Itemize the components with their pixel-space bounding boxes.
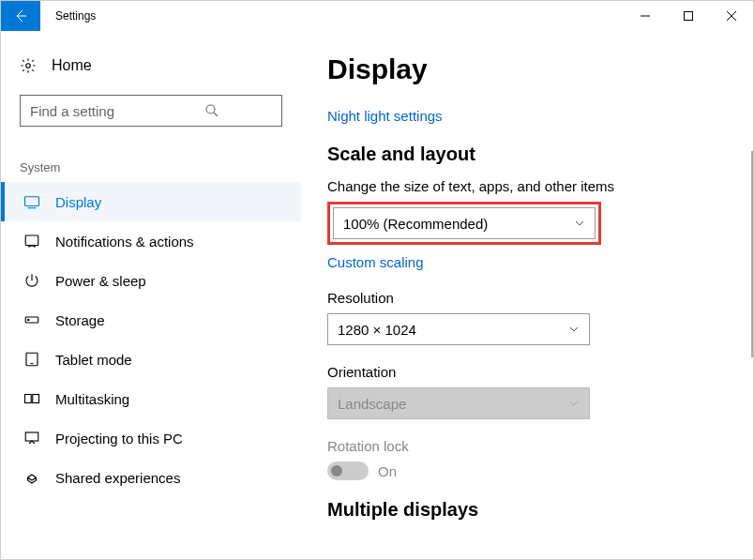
sidebar-item-storage[interactable]: Storage xyxy=(1,300,301,340)
scale-value: 100% (Recommended) xyxy=(343,216,574,232)
resolution-value: 1280 × 1024 xyxy=(338,322,568,338)
tablet-icon xyxy=(23,351,40,368)
close-button[interactable] xyxy=(710,1,753,31)
rotation-value: On xyxy=(378,463,397,479)
svg-point-4 xyxy=(26,64,31,68)
main-content: Display Night light settings Scale and l… xyxy=(301,31,753,559)
sidebar: Home Find a setting System Display Notif… xyxy=(1,31,301,559)
scrollbar[interactable] xyxy=(751,151,753,357)
sidebar-item-tablet[interactable]: Tablet mode xyxy=(1,340,301,379)
window-title: Settings xyxy=(55,1,96,31)
search-placeholder: Find a setting xyxy=(30,103,151,119)
svg-rect-16 xyxy=(25,432,38,441)
shared-icon xyxy=(23,469,40,486)
gear-icon xyxy=(20,57,37,74)
scale-dropdown-highlight: 100% (Recommended) xyxy=(327,202,601,245)
sidebar-item-label: Tablet mode xyxy=(55,352,132,368)
scale-dropdown[interactable]: 100% (Recommended) xyxy=(333,207,596,239)
orientation-dropdown: Landscape xyxy=(327,387,590,419)
scale-heading: Scale and layout xyxy=(327,144,753,165)
home-button[interactable]: Home xyxy=(1,50,301,82)
sidebar-item-notifications[interactable]: Notifications & actions xyxy=(1,221,301,261)
scale-label: Change the size of text, apps, and other… xyxy=(327,178,753,194)
chevron-down-icon xyxy=(568,324,580,335)
projecting-icon xyxy=(23,430,40,446)
resolution-dropdown[interactable]: 1280 × 1024 xyxy=(327,313,590,345)
search-icon xyxy=(151,102,272,119)
maximize-button[interactable] xyxy=(667,1,710,31)
svg-point-5 xyxy=(206,105,215,114)
orientation-value: Landscape xyxy=(338,396,568,412)
window-controls xyxy=(624,1,753,31)
titlebar: Settings xyxy=(1,1,753,31)
home-label: Home xyxy=(52,57,92,74)
search-input[interactable]: Find a setting xyxy=(20,95,282,127)
svg-point-11 xyxy=(28,319,30,321)
svg-rect-9 xyxy=(25,235,38,246)
sidebar-item-label: Projecting to this PC xyxy=(55,431,183,446)
custom-scaling-link[interactable]: Custom scaling xyxy=(327,254,424,270)
notifications-icon xyxy=(23,233,40,250)
power-icon xyxy=(23,272,40,289)
rotation-toggle xyxy=(327,462,369,480)
storage-icon xyxy=(23,311,40,328)
svg-line-6 xyxy=(213,113,217,116)
sidebar-item-projecting[interactable]: Projecting to this PC xyxy=(1,418,301,458)
sidebar-item-shared[interactable]: Shared experiences xyxy=(1,458,301,497)
rotation-label: Rotation lock xyxy=(327,438,753,454)
chevron-down-icon xyxy=(568,398,580,409)
display-icon xyxy=(23,193,40,210)
sidebar-item-label: Display xyxy=(55,194,101,210)
sidebar-item-display[interactable]: Display xyxy=(1,182,301,221)
sidebar-group-label: System xyxy=(20,160,282,174)
sidebar-item-multitasking[interactable]: Multitasking xyxy=(1,379,301,418)
orientation-label: Orientation xyxy=(327,364,753,380)
night-light-link[interactable]: Night light settings xyxy=(327,108,443,124)
sidebar-item-label: Storage xyxy=(55,312,105,328)
multitasking-icon xyxy=(23,390,40,407)
svg-rect-14 xyxy=(25,395,32,403)
back-button[interactable] xyxy=(1,1,40,31)
sidebar-item-power[interactable]: Power & sleep xyxy=(1,261,301,300)
sidebar-item-label: Shared experiences xyxy=(55,470,180,486)
multiple-displays-heading: Multiple displays xyxy=(327,499,753,521)
svg-rect-1 xyxy=(685,12,693,21)
sidebar-item-label: Power & sleep xyxy=(55,273,146,289)
svg-rect-15 xyxy=(33,395,39,403)
sidebar-item-label: Multitasking xyxy=(55,391,129,407)
chevron-down-icon xyxy=(574,218,585,229)
minimize-button[interactable] xyxy=(624,1,667,31)
svg-rect-7 xyxy=(25,197,39,206)
sidebar-item-label: Notifications & actions xyxy=(55,234,194,250)
page-heading: Display xyxy=(327,53,753,85)
resolution-label: Resolution xyxy=(327,290,753,306)
